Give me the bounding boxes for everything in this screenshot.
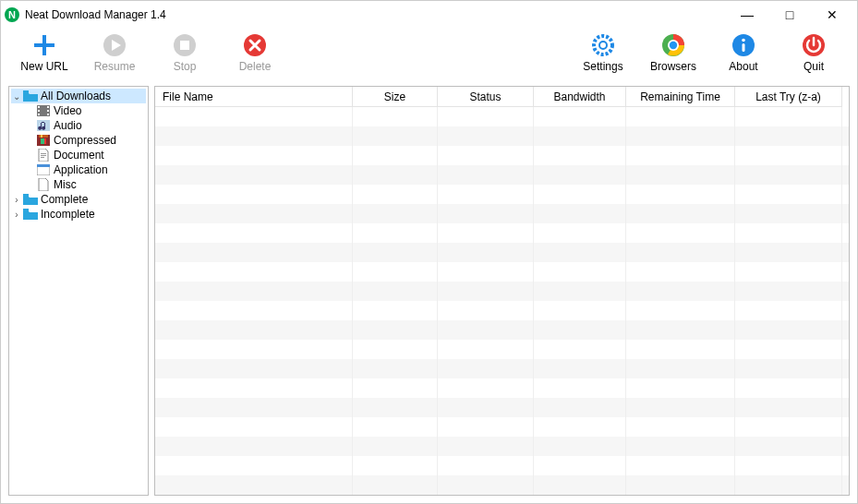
table-body[interactable] [155, 107, 849, 495]
app-icon: N [5, 7, 19, 22]
window-controls: — □ ✕ [726, 1, 853, 29]
quit-button[interactable]: Quit [783, 30, 844, 73]
tree-node-misc[interactable]: Misc [35, 177, 146, 192]
tree-label: Document [54, 149, 104, 162]
window-title: Neat Download Manager 1.4 [25, 8, 166, 21]
svg-rect-29 [44, 138, 46, 144]
tree-node-document[interactable]: Document [35, 148, 146, 162]
svg-point-11 [670, 42, 677, 49]
table-row[interactable] [155, 359, 849, 378]
tree-node-all-downloads[interactable]: ⌄ All Downloads [11, 89, 146, 103]
svg-rect-35 [23, 194, 29, 197]
svg-rect-20 [38, 114, 40, 115]
resume-button[interactable]: Resume [84, 30, 145, 73]
maximize-button[interactable]: □ [768, 1, 811, 29]
tree-label: Video [54, 104, 81, 117]
folder-icon [23, 208, 38, 221]
new-url-button[interactable]: New URL [14, 30, 75, 73]
tool-label: Delete [239, 60, 272, 73]
tree-node-complete[interactable]: › Complete [11, 192, 146, 207]
gear-icon [590, 32, 616, 58]
chevron-down-icon[interactable]: ⌄ [11, 91, 22, 102]
close-button[interactable]: ✕ [811, 1, 853, 29]
svg-rect-36 [23, 209, 29, 211]
table-header: File Name Size Status Bandwidth Remainin… [155, 87, 849, 107]
table-row[interactable] [155, 398, 849, 417]
tree-node-incomplete[interactable]: › Incomplete [11, 207, 146, 222]
chevron-right-icon[interactable]: › [11, 195, 22, 205]
tree-node-video[interactable]: Video [35, 103, 146, 118]
column-header-bandwidth[interactable]: Bandwidth [534, 87, 626, 107]
svg-rect-34 [37, 164, 50, 167]
folder-icon [23, 90, 38, 102]
svg-rect-23 [47, 114, 49, 115]
table-row[interactable] [155, 107, 849, 126]
tree-label: Complete [41, 193, 88, 206]
table-row[interactable] [155, 475, 849, 495]
category-tree[interactable]: ⌄ All Downloads Video Audio Compressed [8, 86, 149, 496]
svg-rect-5 [180, 41, 189, 50]
browsers-button[interactable]: Browsers [643, 30, 704, 73]
svg-rect-14 [743, 43, 745, 52]
table-row[interactable] [155, 301, 849, 320]
svg-rect-27 [41, 135, 42, 138]
chevron-right-icon[interactable]: › [11, 210, 22, 220]
table-row[interactable] [155, 262, 849, 282]
tree-label: Application [54, 163, 108, 176]
tree-node-audio[interactable]: Audio [35, 118, 146, 133]
tree-node-compressed[interactable]: Compressed [35, 133, 146, 148]
info-icon [731, 32, 756, 58]
chrome-icon [660, 32, 686, 58]
misc-icon [36, 178, 51, 191]
column-header-lasttry[interactable]: Last Try (z-a) [735, 87, 842, 107]
table-row[interactable] [155, 243, 849, 262]
column-header-status[interactable]: Status [438, 87, 534, 107]
document-icon [36, 149, 51, 162]
folder-icon [23, 193, 38, 206]
table-row[interactable] [155, 417, 849, 437]
column-header-file[interactable]: File Name [155, 87, 353, 107]
settings-button[interactable]: Settings [573, 30, 634, 73]
tool-label: Settings [583, 60, 622, 73]
table-row[interactable] [155, 456, 849, 475]
play-icon [102, 32, 127, 58]
svg-rect-1 [34, 43, 54, 47]
power-icon [801, 32, 827, 58]
table-row[interactable] [155, 320, 849, 340]
tree-label: Misc [54, 178, 77, 191]
table-row[interactable] [155, 437, 849, 456]
minimize-button[interactable]: — [726, 1, 768, 29]
table-row[interactable] [155, 378, 849, 398]
svg-point-8 [599, 42, 607, 49]
table-row[interactable] [155, 185, 849, 204]
delete-button[interactable]: Delete [224, 30, 285, 73]
column-header-size[interactable]: Size [353, 87, 438, 107]
downloads-table: File Name Size Status Bandwidth Remainin… [154, 86, 850, 496]
table-row[interactable] [155, 165, 849, 185]
table-row[interactable] [155, 223, 849, 243]
tree-node-application[interactable]: Application [35, 162, 146, 177]
video-icon [36, 104, 51, 117]
tool-label: Stop [174, 60, 197, 73]
tree-label: All Downloads [41, 90, 111, 102]
stop-button[interactable]: Stop [154, 30, 215, 73]
table-row[interactable] [155, 282, 849, 301]
svg-rect-21 [47, 106, 49, 108]
application-icon [36, 163, 51, 176]
table-row[interactable] [155, 146, 849, 165]
tree-label: Audio [54, 119, 82, 132]
archive-icon [36, 134, 51, 147]
toolbar: New URL Resume Stop Delete Setti [1, 29, 857, 82]
table-row[interactable] [155, 340, 849, 359]
column-header-remaining[interactable]: Remaining Time [626, 87, 735, 107]
svg-point-13 [742, 39, 745, 42]
svg-rect-32 [41, 157, 44, 158]
table-row[interactable] [155, 126, 849, 146]
tool-label: Resume [94, 60, 136, 73]
tool-label: New URL [20, 60, 67, 73]
svg-rect-16 [23, 90, 29, 93]
table-row[interactable] [155, 204, 849, 223]
delete-icon [242, 32, 268, 58]
titlebar: N Neat Download Manager 1.4 — □ ✕ [1, 1, 857, 29]
about-button[interactable]: About [713, 30, 774, 73]
